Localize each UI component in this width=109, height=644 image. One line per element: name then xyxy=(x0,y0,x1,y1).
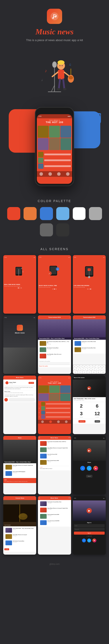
swatch-white xyxy=(73,207,86,220)
nav-icon-1 xyxy=(39,172,43,176)
svg-line-12 xyxy=(52,72,58,76)
swatch-light-blue xyxy=(56,207,69,220)
svg-point-10 xyxy=(62,65,63,66)
svg-point-19 xyxy=(57,88,60,90)
svg-text:♪: ♪ xyxy=(45,68,47,73)
main-phone-mockup: 9:41 ●●● This week's THE HOT 100 xyxy=(35,107,74,186)
svg-line-13 xyxy=(64,72,69,76)
nav-icon-4 xyxy=(66,172,70,176)
svg-line-5 xyxy=(51,85,55,92)
screen-concert-list[interactable]: Music of the session ▶ Just Timberlake -… xyxy=(73,376,106,434)
phone-list xyxy=(37,151,72,170)
screens-row-2: 9:41●● Music news ← Tomorrowland 2018 ⋮ xyxy=(3,315,106,374)
screens-row-3: ← Music News ⋮ James Taylor 5 min ago FO… xyxy=(3,376,106,434)
instagram-share-icon[interactable]: ◉ xyxy=(93,466,98,471)
nav-icon-2 xyxy=(48,172,52,176)
phone-status-bar: 9:41 ●●● xyxy=(37,114,72,118)
hero-subtitle: This is a piece of news about music app … xyxy=(4,38,105,42)
music-note-right-icon: ♫ xyxy=(89,107,104,126)
svg-point-1 xyxy=(52,18,54,19)
screens-row-1: 9:41●● ♪ ♫ REAL-TIME MUSIC NEWS Discover… xyxy=(3,255,106,314)
screen-article-list-1[interactable]: ← Tomorrowland 2018 ⋮ Tomorrowland 2018 … xyxy=(38,315,71,374)
grid-item-4 xyxy=(38,138,49,150)
swatch-orange xyxy=(24,207,37,220)
svg-point-41 xyxy=(88,269,90,270)
svg-line-17 xyxy=(59,80,60,88)
palette-title: COLOR PALETTE xyxy=(4,199,105,203)
screens-title: ALL SCREENS xyxy=(3,247,106,251)
palette-row xyxy=(4,207,105,236)
screen-article-detail[interactable]: ← Music News ⋮ James Taylor 5 min ago FO… xyxy=(3,376,36,434)
screen-splash-3[interactable]: 9:41●● LIVE VIDEO RECORDING Live streami… xyxy=(73,255,106,314)
fb-signin-icon[interactable]: f xyxy=(82,538,86,542)
screen-share[interactable]: 9:41●● ▶ Share f t ◉ Cancel xyxy=(73,436,106,494)
signin-button[interactable]: Sign in xyxy=(74,532,105,534)
article-item-2: The Greatest Country Music 4 hours ago xyxy=(39,347,70,353)
svg-point-26 xyxy=(18,276,20,278)
tw-signin-icon[interactable]: t xyxy=(87,538,91,542)
musician-illustration: ♪ ♫ ♩ xyxy=(0,53,109,100)
ig-signin-icon[interactable]: ◉ xyxy=(92,538,96,542)
cancel-share-button[interactable]: Cancel xyxy=(86,475,92,478)
grid-item-1 xyxy=(38,126,49,138)
screen-concert-detail[interactable]: ← Concert News ♡ Live Concert xyxy=(3,496,36,554)
screens-row-4: ← News ⋮ Tomorrowland 2018 — Day 1, Arri… xyxy=(3,436,106,494)
article-header-bar: ← Tomorrowland 2018 ⋮ xyxy=(38,315,71,319)
phone-notch xyxy=(48,110,61,113)
palette-section: COLOR PALETTE xyxy=(0,193,109,243)
phone-mockup-section: ♪ ♫ 9:41 ●●● This week's THE HOT 100 xyxy=(0,103,109,193)
svg-text:♫: ♫ xyxy=(69,63,71,66)
screen-hot-100[interactable]: 9:41●● This week's THE HOT 100 1 2 3 xyxy=(38,376,71,434)
screen-news-feed[interactable]: ☰ Music News 🔍 The Greatest Country Musi… xyxy=(38,436,71,494)
screen-splash-1[interactable]: 9:41●● ♪ ♫ REAL-TIME MUSIC NEWS Discover… xyxy=(3,255,36,314)
screen-splash-2[interactable]: 9:41●● ♪ ♫ ENJOY MUSIC IN REAL TIME Disc… xyxy=(38,255,71,314)
svg-point-45 xyxy=(20,514,26,517)
grid-item-5 xyxy=(49,138,60,150)
nav-icon-3 xyxy=(57,172,61,176)
grid-item-3 xyxy=(60,126,71,138)
svg-point-15 xyxy=(69,76,73,80)
svg-text:♩: ♩ xyxy=(41,78,43,82)
phone-grid xyxy=(37,125,72,151)
swatch-blue xyxy=(40,207,53,220)
screen-article-list-2[interactable]: ← Tomorrowland 2018 ⋮ Tomorrowland 2018 … xyxy=(73,315,106,374)
list-item-3 xyxy=(38,164,71,169)
hot100-label: This week's THE HOT 100 xyxy=(37,118,72,125)
grid-item-6 xyxy=(60,138,71,150)
svg-text:♫: ♫ xyxy=(22,270,24,273)
svg-rect-11 xyxy=(58,70,64,80)
svg-point-9 xyxy=(60,65,60,66)
music-note-left-icon: ♪ xyxy=(7,106,18,128)
svg-point-6 xyxy=(52,62,57,68)
swatch-dark-gray xyxy=(56,223,69,236)
app-icon xyxy=(47,9,62,24)
article-item-1: The Greatest Country Music Stars of All … xyxy=(39,340,70,346)
hero-section: Music news This is a piece of news about… xyxy=(0,0,109,53)
swatch-light-gray xyxy=(89,207,102,220)
svg-point-20 xyxy=(63,88,66,90)
list-item-2 xyxy=(38,158,71,163)
hero-title: Music news xyxy=(4,27,105,36)
screen-social-share[interactable]: 9:41●● ▶ Sign in Email Password xyxy=(73,496,106,554)
swatch-red xyxy=(7,207,20,220)
phone-screen: 9:41 ●●● This week's THE HOT 100 xyxy=(37,114,72,184)
svg-point-0 xyxy=(51,12,58,20)
grid-item-2 xyxy=(49,126,60,138)
svg-text:♫: ♫ xyxy=(57,268,59,270)
screens-section: ALL SCREENS 9:41●● ♪ ♫ REAL-TIME xyxy=(0,243,109,561)
phone-nav-bar xyxy=(37,171,72,177)
screen-music-news-home[interactable]: 9:41●● Music news xyxy=(3,315,36,374)
screen-concert-article[interactable]: ← News ⋮ Tomorrowland 2018 — Day 1, Arri… xyxy=(3,436,36,494)
article-item-3: Just Timberlake - Man of the scene 6 hou… xyxy=(39,353,70,359)
svg-point-8 xyxy=(58,60,65,64)
screens-row-5: ← Concert News ♡ Live Concert xyxy=(3,496,106,554)
svg-line-18 xyxy=(63,80,64,88)
facebook-share-icon[interactable]: f xyxy=(80,466,85,471)
twitter-share-icon[interactable]: t xyxy=(87,466,91,471)
svg-text:♪: ♪ xyxy=(21,267,22,270)
screen-feed-list[interactable]: ☰ Music News 🔍 The Greatest Country Musi… xyxy=(38,496,71,554)
list-item-1 xyxy=(38,152,71,157)
watermark: gfxtra.com xyxy=(0,561,109,568)
svg-point-38 xyxy=(88,276,90,278)
svg-point-2 xyxy=(55,16,56,18)
